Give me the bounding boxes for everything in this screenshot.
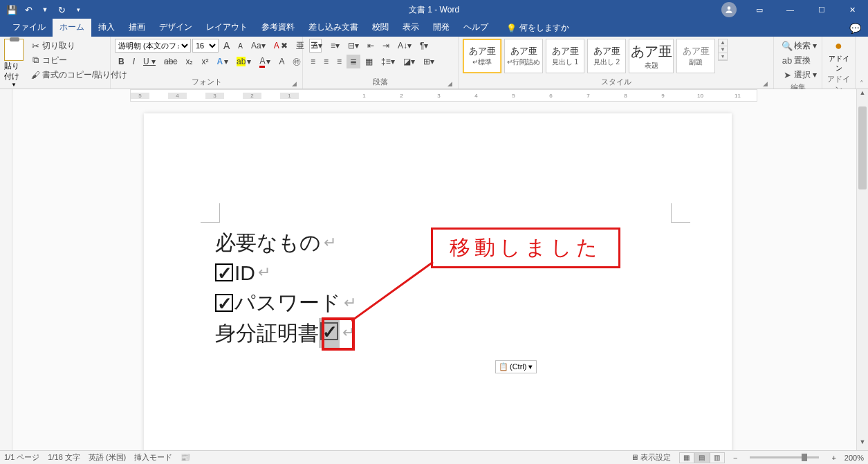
show-marks-button[interactable]: ¶▾ xyxy=(416,39,432,53)
zoom-in-button[interactable]: + xyxy=(831,454,835,462)
borders-button[interactable]: ⊞▾ xyxy=(420,55,438,68)
style-no-spacing[interactable]: あア亜↵行間詰め xyxy=(504,39,543,73)
status-insert-mode[interactable]: 挿入モード xyxy=(134,452,172,463)
char-shading-button[interactable]: A xyxy=(275,55,288,68)
page[interactable]: 必要なもの↵ ID↵ パスワード↵ 身分証明書↵ 移動しました 📋(Ctrl) … xyxy=(144,113,732,450)
addins-button[interactable]: アドイン xyxy=(827,54,851,73)
doc-line3[interactable]: パスワード xyxy=(234,288,341,318)
shrink-font-button[interactable]: A xyxy=(234,39,246,53)
tab-review[interactable]: 校閲 xyxy=(365,19,396,37)
style-normal[interactable]: あア亜↵標準 xyxy=(463,39,501,73)
tab-help[interactable]: ヘルプ xyxy=(456,19,495,37)
increase-indent-button[interactable]: ⇥ xyxy=(379,39,393,53)
status-macro-icon[interactable]: 📰 xyxy=(181,453,190,462)
change-case-button[interactable]: Aa▾ xyxy=(248,39,269,53)
styles-launcher-icon[interactable]: ◢ xyxy=(763,80,768,87)
paste-button[interactable]: 貼り付け ▼ xyxy=(4,39,24,88)
share-icon[interactable]: 💬 xyxy=(849,23,861,34)
doc-line1[interactable]: 必要なもの xyxy=(215,228,321,258)
shading-button[interactable]: ◪▾ xyxy=(400,55,418,68)
vertical-ruler[interactable] xyxy=(0,89,12,450)
save-icon[interactable]: 💾 xyxy=(4,2,19,17)
tab-mailings[interactable]: 差し込み文書 xyxy=(302,19,365,37)
underline-button[interactable]: U ▾ xyxy=(140,55,159,68)
tab-insert[interactable]: 挿入 xyxy=(91,19,122,37)
doc-line2[interactable]: ID xyxy=(234,258,255,288)
multilevel-button[interactable]: ⊟▾ xyxy=(344,39,362,53)
align-right-button[interactable]: ≡ xyxy=(333,55,345,68)
qat-customize-icon[interactable]: ▾ xyxy=(71,2,86,17)
text-effects-button[interactable]: A▾ xyxy=(213,55,232,68)
paragraph-launcher-icon[interactable]: ◢ xyxy=(447,80,452,87)
replace-button[interactable]: ab置換 xyxy=(778,53,814,67)
tell-me-search[interactable]: 💡何をしますか xyxy=(501,19,575,37)
minimize-icon[interactable]: — xyxy=(775,0,806,19)
status-page[interactable]: 1/1 ページ xyxy=(4,452,39,463)
zoom-slider[interactable] xyxy=(750,456,819,458)
status-words[interactable]: 1/18 文字 xyxy=(48,452,80,463)
tab-file[interactable]: ファイル xyxy=(6,19,53,37)
scroll-thumb[interactable] xyxy=(858,106,867,189)
font-size-select[interactable]: 16 xyxy=(192,39,219,53)
select-button[interactable]: ➤選択 ▾ xyxy=(778,68,820,82)
styles-scroll[interactable]: ▲▼▾ xyxy=(718,39,728,61)
collapse-ribbon-icon[interactable]: ˄ xyxy=(856,37,868,89)
scroll-up-icon[interactable]: ▲ xyxy=(857,89,868,101)
style-subtitle[interactable]: あア亜副題 xyxy=(676,39,715,73)
close-icon[interactable]: ✕ xyxy=(837,0,868,19)
tab-home[interactable]: ホーム xyxy=(53,19,91,37)
tab-draw[interactable]: 描画 xyxy=(122,19,152,37)
decrease-indent-button[interactable]: ⇤ xyxy=(364,39,378,53)
highlight-button[interactable]: ab▾ xyxy=(233,55,255,68)
line-spacing-button[interactable]: ‡≡▾ xyxy=(378,55,398,68)
display-settings-button[interactable]: 🖥 表示設定 xyxy=(631,452,671,463)
vertical-scrollbar[interactable]: ▲ ▼ xyxy=(856,89,868,450)
font-color-button[interactable]: A▾ xyxy=(256,55,274,68)
addins-icon[interactable]: ● xyxy=(835,39,842,53)
zoom-level[interactable]: 200% xyxy=(844,454,864,462)
italic-button[interactable]: I xyxy=(129,55,138,68)
subscript-button[interactable]: x₂ xyxy=(182,55,196,68)
horizontal-ruler[interactable]: 5432112345678910111213141516171819202122… xyxy=(130,89,757,102)
document-viewport[interactable]: 5432112345678910111213141516171819202122… xyxy=(12,89,868,450)
tab-references[interactable]: 参考資料 xyxy=(255,19,302,37)
sort-button[interactable]: A↓▾ xyxy=(394,39,415,53)
tab-developer[interactable]: 開発 xyxy=(426,19,456,37)
view-print-icon[interactable]: ▤ xyxy=(694,452,710,463)
doc-line4[interactable]: 身分証明書 xyxy=(215,318,319,349)
undo-icon[interactable]: ↶ xyxy=(21,2,36,17)
tab-view[interactable]: 表示 xyxy=(396,19,426,37)
paste-options-button[interactable]: 📋(Ctrl) ▾ xyxy=(495,360,537,373)
numbering-button[interactable]: ≡▾ xyxy=(327,39,343,53)
style-heading2[interactable]: あア亜見出し 2 xyxy=(587,39,626,73)
replace-label: 置換 xyxy=(794,55,811,66)
find-button[interactable]: 🔍検索 ▾ xyxy=(778,39,820,53)
font-launcher-icon[interactable]: ◢ xyxy=(292,80,297,87)
view-web-icon[interactable]: ▥ xyxy=(710,452,725,463)
scroll-down-icon[interactable]: ▼ xyxy=(857,438,868,450)
user-avatar[interactable] xyxy=(721,2,737,17)
distribute-button[interactable]: ▦ xyxy=(362,55,376,68)
bullets-button[interactable]: ☰▾ xyxy=(307,39,326,53)
status-language[interactable]: 英語 (米国) xyxy=(89,452,126,463)
redo-icon[interactable]: ↻ xyxy=(54,2,69,17)
font-name-select[interactable]: 游明朝 (本文のフォン xyxy=(115,39,191,53)
superscript-button[interactable]: x² xyxy=(198,55,212,68)
bold-button[interactable]: B xyxy=(115,55,128,68)
group-paragraph: ☰▾ ≡▾ ⊟▾ ⇤ ⇥ A↓▾ ¶▾ ≡ ≡ ≡ ≣ ▦ ‡≡▾ ◪▾ ⊞▾ … xyxy=(303,37,459,89)
ribbon-display-icon[interactable]: ▭ xyxy=(744,0,775,19)
align-left-button[interactable]: ≡ xyxy=(307,55,319,68)
grow-font-button[interactable]: A xyxy=(220,39,233,53)
style-heading1[interactable]: あア亜見出し 1 xyxy=(546,39,584,73)
style-title[interactable]: あア亜表題 xyxy=(629,39,674,73)
view-read-icon[interactable]: ▦ xyxy=(679,452,694,463)
clear-format-button[interactable]: A✖ xyxy=(270,39,291,53)
tab-design[interactable]: デザイン xyxy=(152,19,199,37)
justify-button[interactable]: ≣ xyxy=(347,55,360,68)
zoom-out-button[interactable]: − xyxy=(733,454,737,462)
maximize-icon[interactable]: ☐ xyxy=(806,0,837,19)
undo-dropdown-icon[interactable]: ▼ xyxy=(37,2,53,17)
align-center-button[interactable]: ≡ xyxy=(320,55,332,68)
strikethrough-button[interactable]: abc xyxy=(160,55,181,68)
tab-layout[interactable]: レイアウト xyxy=(199,19,255,37)
